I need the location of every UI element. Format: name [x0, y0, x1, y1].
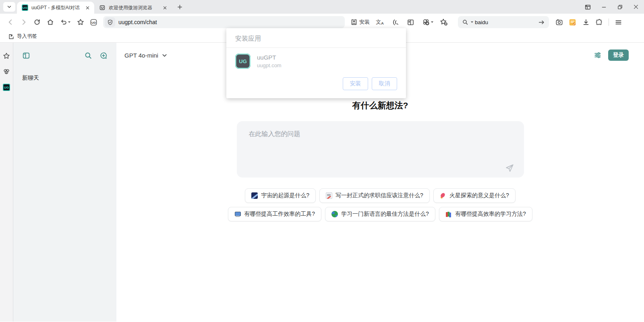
back-icon	[7, 19, 14, 26]
search-go-icon[interactable]	[538, 19, 545, 26]
import-bookmarks-button[interactable]: 导入书签	[6, 32, 39, 41]
translate-button[interactable]: 文A	[373, 16, 387, 29]
search-box[interactable]	[458, 16, 549, 28]
site-security-badge[interactable]	[105, 17, 115, 27]
translate-icon: 文A	[376, 19, 384, 25]
books-icon	[445, 211, 452, 217]
tab-close-button[interactable]	[161, 4, 168, 11]
read-aloud-icon	[391, 19, 399, 26]
new-chat-icon[interactable]	[99, 52, 108, 60]
sniffer-flower-icon	[422, 18, 430, 26]
tab-close-button[interactable]	[84, 4, 91, 11]
download-icon	[582, 19, 590, 26]
main-menu-button[interactable]	[612, 16, 625, 29]
close-window-button[interactable]	[628, 0, 644, 14]
model-name: GPT 4o-mini	[124, 52, 158, 59]
home-icon	[47, 19, 54, 26]
forward-icon	[20, 19, 27, 26]
reader-book-icon	[407, 19, 414, 26]
window-controls	[580, 0, 644, 14]
chevron-down-icon	[162, 52, 168, 58]
suggestion-chip[interactable]: 有哪些提高工作效率的工具?	[228, 207, 321, 221]
close-icon	[85, 6, 90, 10]
tab-list-button[interactable]	[3, 2, 15, 12]
address-bar[interactable]: uugpt.com/chat	[103, 16, 345, 28]
install-icon	[350, 19, 358, 26]
bee-icon[interactable]	[3, 68, 10, 75]
search-engine-caret	[471, 21, 473, 23]
app-domain: uugpt.com	[257, 62, 282, 68]
suggestion-label: 宇宙的起源是什么?	[261, 192, 309, 199]
favorites-button[interactable]	[74, 16, 87, 29]
resource-sniffer-button[interactable]	[419, 16, 437, 29]
reload-button[interactable]	[31, 16, 43, 29]
home-button[interactable]	[44, 16, 56, 29]
minimize-icon	[601, 4, 607, 10]
boss-key-button[interactable]	[580, 0, 596, 14]
app-name: uuGPT	[257, 54, 282, 61]
browser-side-strip: UG	[0, 43, 13, 322]
chat-input[interactable]	[237, 121, 524, 178]
settings-sliders-icon[interactable]	[594, 51, 602, 59]
suggestion-label: 学习一门新语言的最佳方法是什么?	[341, 211, 429, 218]
model-selector[interactable]: GPT 4o-mini	[124, 52, 168, 59]
favorites-sidebar-icon[interactable]	[3, 52, 10, 60]
suggestion-chip[interactable]: 宇宙的起源是什么?	[245, 188, 316, 203]
login-button[interactable]: 登录	[608, 50, 629, 61]
chat-list-item[interactable]: 新聊天	[22, 74, 108, 82]
search-icon	[462, 19, 468, 25]
restore-button[interactable]	[612, 0, 628, 14]
dialog-install-button[interactable]: 安装	[343, 77, 368, 90]
dialog-cancel-button[interactable]: 取消	[372, 77, 397, 90]
suggestion-label: 火星探索的意义是什么?	[449, 192, 509, 199]
galaxy-icon	[251, 192, 258, 199]
shield-icon	[107, 19, 113, 25]
layout-icon	[584, 4, 591, 10]
note-icon	[569, 19, 576, 26]
undo-icon	[60, 19, 67, 26]
rocket-icon	[440, 192, 446, 199]
downloads-button[interactable]	[580, 16, 592, 29]
suggestion-chip[interactable]: 写一封正式的求职信应该注意什么?	[319, 188, 430, 203]
install-app-button[interactable]: 安装	[348, 16, 372, 29]
new-tab-button[interactable]	[174, 1, 185, 12]
page-title: 有什么新想法?	[237, 100, 524, 111]
search-input[interactable]	[475, 19, 536, 25]
undo-dropdown-caret	[68, 21, 70, 23]
globe-icon	[331, 211, 338, 217]
suggestion-chip[interactable]: 火星探索的意义是什么?	[433, 188, 516, 203]
suggestion-label: 有哪些提高工作效率的工具?	[244, 211, 315, 218]
read-aloud-button[interactable]	[387, 16, 402, 29]
suggestion-chip[interactable]: 学习一门新语言的最佳方法是什么?	[325, 207, 435, 221]
url-text: uugpt.com/chat	[118, 19, 157, 25]
minimize-button[interactable]	[596, 0, 612, 14]
reload-icon	[33, 19, 41, 26]
forward-button[interactable]	[17, 16, 30, 29]
star-icon	[77, 19, 84, 26]
screenshot-button[interactable]	[553, 16, 565, 29]
memo-icon	[326, 192, 332, 199]
chat-sidebar: 新聊天	[13, 43, 116, 322]
back-button[interactable]	[4, 16, 17, 29]
send-icon[interactable]	[505, 163, 514, 173]
ug-site-icon: UG	[90, 19, 97, 26]
smiley-favicon	[99, 4, 106, 11]
tab-uugpt[interactable]: UG uuGPT - 多模型AI对话	[17, 2, 94, 14]
maxnote-button[interactable]	[566, 16, 579, 29]
suggestion-label: 有哪些提高效率的学习方法?	[455, 211, 526, 218]
add-favorite-button[interactable]	[437, 16, 450, 29]
uugpt-app-shortcut[interactable]: UG	[3, 84, 10, 91]
import-bookmarks-label: 导入书签	[17, 33, 37, 40]
suggestion-chips: 宇宙的起源是什么? 写一封正式的求职信应该注意什么? 火星探索的意义是什么? 有…	[237, 188, 524, 221]
search-chats-icon[interactable]	[84, 52, 92, 60]
suggestion-chip[interactable]: 有哪些提高效率的学习方法?	[439, 207, 532, 221]
toolbar-divider	[609, 19, 609, 26]
uugpt-site-button[interactable]: UG	[87, 16, 100, 29]
reader-mode-button[interactable]	[403, 16, 418, 29]
tab-welcome[interactable]: 欢迎使用傲游浏览器	[94, 2, 172, 14]
collapse-sidebar-icon[interactable]	[22, 52, 30, 60]
menu-icon	[615, 19, 622, 26]
undo-button[interactable]	[57, 16, 73, 29]
extensions-button[interactable]	[593, 16, 605, 29]
install-app-dialog: 安装应用 UG uuGPT uugpt.com 安装 取消	[226, 28, 406, 98]
